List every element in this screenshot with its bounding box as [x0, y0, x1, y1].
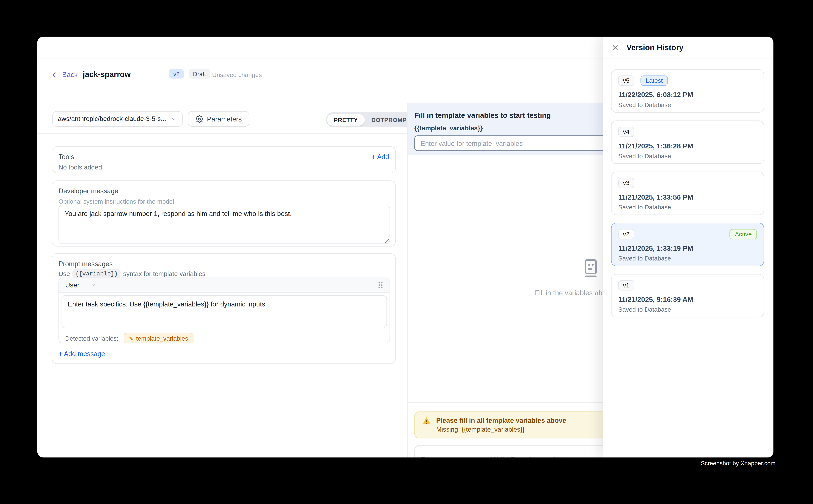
version-badge: v2	[169, 69, 184, 78]
version-history-header: Version History	[603, 37, 773, 59]
version-number-badge: v1	[618, 280, 634, 291]
template-variable-chip[interactable]: ✎ template_variables	[123, 333, 193, 343]
parameters-label: Parameters	[207, 115, 242, 123]
version-history-title: Version History	[627, 43, 684, 52]
close-icon[interactable]	[611, 43, 620, 52]
gear-icon	[195, 115, 203, 123]
version-number-badge: v4	[618, 127, 634, 137]
model-select-value: aws/anthropic/bedrock-claude-3-5-s...	[58, 115, 168, 122]
role-select-value: User	[65, 281, 79, 289]
prompt-syntax-hint: Use {{variable}} syntax for template var…	[58, 269, 206, 278]
version-number-badge: v2	[618, 229, 634, 239]
version-storage: Saved to Database	[618, 255, 671, 262]
version-card-v1[interactable]: v1 11/21/2025, 9:16:39 AM Saved to Datab…	[611, 274, 764, 317]
version-storage: Saved to Database	[618, 101, 671, 109]
tools-empty-text: No tools added	[58, 164, 102, 171]
draft-badge: Draft	[189, 69, 210, 78]
warning-detail: Missing: {{template_variables}}	[436, 426, 566, 433]
version-number-badge: v3	[618, 178, 634, 188]
version-timestamp: 11/21/2025, 1:33:56 PM	[618, 193, 693, 201]
unsaved-changes-text: Unsaved changes	[212, 71, 262, 78]
chevron-down-icon	[171, 116, 177, 122]
hint-prefix: Use	[58, 270, 70, 277]
view-mode-toggle: PRETTY DOTPROMPT	[326, 112, 418, 127]
variable-syntax-chip: {{variable}}	[73, 269, 121, 278]
version-number-badge: v5	[618, 76, 634, 86]
parameters-button[interactable]: Parameters	[188, 111, 250, 127]
detected-variables-row: Detected variables: ✎ template_variables	[65, 333, 193, 343]
back-label: Back	[62, 71, 78, 79]
tools-title: Tools	[58, 153, 389, 161]
version-storage: Saved to Database	[618, 152, 671, 160]
version-card-v2-active[interactable]: v2 Active 11/21/2025, 1:33:19 PM Saved t…	[611, 223, 764, 266]
active-badge: Active	[730, 229, 757, 239]
add-tool-button[interactable]: + Add	[372, 153, 389, 161]
template-variable-name: template_variables	[136, 335, 188, 342]
developer-message-card: Developer message Optional system instru…	[52, 180, 396, 246]
version-timestamp: 11/21/2025, 1:33:19 PM	[618, 244, 693, 252]
developer-message-subtitle: Optional system instructions for the mod…	[58, 198, 389, 205]
add-message-button[interactable]: + Add message	[58, 350, 105, 358]
message-role-header: User	[59, 278, 390, 292]
back-arrow-icon	[52, 71, 59, 78]
version-card-v3[interactable]: v3 11/21/2025, 1:33:56 PM Saved to Datab…	[611, 172, 764, 215]
detected-variables-label: Detected variables:	[65, 335, 118, 342]
robot-icon	[580, 258, 601, 279]
developer-message-textarea[interactable]: You are jack sparrow number 1, respond a…	[58, 205, 390, 244]
warning-title: Please fill in all template variables ab…	[436, 417, 566, 424]
toggle-pretty[interactable]: PRETTY	[327, 114, 365, 125]
user-message-textarea[interactable]: Enter task specifics. Use {{template_var…	[61, 295, 387, 328]
prompt-messages-card: Prompt messages Use {{variable}} syntax …	[52, 253, 396, 364]
pencil-icon: ✎	[128, 335, 133, 342]
model-select[interactable]: aws/anthropic/bedrock-claude-3-5-s...	[52, 111, 183, 127]
version-history-panel: Version History v5 Latest 11/22/2025, 6:…	[603, 37, 773, 457]
chevron-down-icon	[91, 282, 96, 288]
version-card-v5[interactable]: v5 Latest 11/22/2025, 6:08:12 PM Saved t…	[611, 69, 764, 113]
prompt-messages-title: Prompt messages	[58, 260, 389, 268]
screenshot-canvas: Back jack-sparrow v2 Draft Unsaved chang…	[0, 0, 813, 504]
version-timestamp: 11/21/2025, 9:16:39 AM	[618, 296, 693, 304]
toolbar-divider	[37, 133, 407, 134]
developer-message-title: Developer message	[58, 187, 389, 195]
version-storage: Saved to Database	[618, 306, 671, 313]
prompt-message-item: User Enter task specifics. Use {{templat…	[58, 278, 390, 343]
page-header-row: Back jack-sparrow v2 Draft Unsaved chang…	[37, 58, 603, 103]
drag-handle-icon[interactable]	[378, 281, 383, 289]
watermark-text: Screenshot by Xnapper.com	[701, 460, 776, 466]
tools-card: Tools + Add No tools added	[52, 146, 396, 173]
role-select[interactable]: User	[65, 281, 96, 289]
page-title: jack-sparrow	[83, 70, 131, 79]
warning-icon	[422, 417, 431, 433]
app-window: Back jack-sparrow v2 Draft Unsaved chang…	[37, 37, 773, 457]
back-button[interactable]: Back	[52, 71, 78, 79]
hint-suffix: syntax for template variables	[123, 270, 206, 277]
version-storage: Saved to Database	[618, 204, 671, 211]
version-timestamp: 11/22/2025, 6:08:12 PM	[618, 91, 693, 99]
version-timestamp: 11/21/2025, 1:36:28 PM	[618, 142, 693, 150]
latest-badge: Latest	[641, 76, 668, 86]
version-card-v4[interactable]: v4 11/21/2025, 1:36:28 PM Saved to Datab…	[611, 120, 764, 164]
